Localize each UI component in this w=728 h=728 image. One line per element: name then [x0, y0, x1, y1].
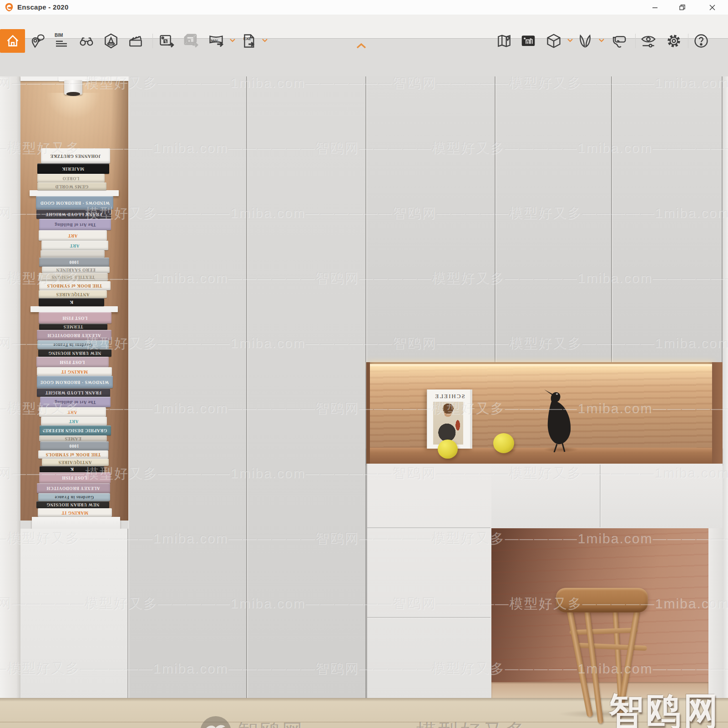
toolbar: BIM — [0, 15, 728, 39]
led-strip-light — [370, 364, 712, 366]
mini-map-button[interactable] — [494, 31, 515, 51]
book-spine: 1000 — [40, 441, 109, 450]
book-spine: ART — [39, 230, 107, 241]
restore-button[interactable] — [672, 0, 693, 15]
book-title: The Art of Building — [55, 222, 96, 227]
book-title: MAKING IT — [61, 369, 88, 374]
book-title: LOST FISH — [62, 475, 87, 480]
minimize-button[interactable] — [644, 0, 665, 15]
book-title: 1000 — [69, 444, 79, 448]
model-library-button[interactable] — [543, 31, 564, 51]
book-spine: LOST FISH — [39, 472, 111, 483]
book-title: The Art of Building — [55, 400, 96, 404]
book-spine: THE BOOK of SYMBOLS — [38, 450, 108, 459]
book-title: THE BOOK of SYMBOLS — [47, 283, 102, 288]
drawer-column — [366, 464, 491, 703]
settings-button[interactable] — [663, 31, 684, 51]
shelf-board — [30, 190, 119, 196]
book-title: 1000 — [69, 260, 79, 264]
book-spine — [40, 250, 105, 258]
vr-button[interactable] — [608, 31, 629, 51]
book-spine: GRAPHIC DESIGN REFERENCED — [40, 425, 111, 435]
home-button[interactable] — [0, 29, 25, 53]
screenshot-export-icon — [158, 32, 175, 50]
chevron-down-icon[interactable] — [262, 38, 268, 43]
orientation-button[interactable] — [101, 31, 121, 51]
book-spine: MAKING IT — [38, 508, 112, 517]
render-gallery-button[interactable] — [518, 31, 539, 51]
wings-icon — [576, 32, 594, 50]
book-title: LOST FISH — [60, 360, 85, 364]
book-spine: MAJERIK — [37, 163, 109, 174]
book-spine: ANTIQUAIRES — [42, 459, 109, 466]
chevron-down-icon[interactable] — [229, 38, 236, 43]
book-title: GEMS WORLD — [55, 184, 88, 189]
book-title: MAJERIK — [62, 167, 84, 171]
binoculars-button[interactable] — [76, 31, 97, 51]
book-spine: ART — [39, 407, 106, 417]
book-spine: LOREO — [37, 174, 105, 182]
book-spine: Gardens in France — [38, 493, 110, 501]
book-title: MAKING IT — [61, 511, 88, 515]
book-spine: LOST FISH — [39, 312, 111, 324]
bim-button[interactable]: BIM — [51, 31, 72, 51]
book-title: K — [70, 300, 73, 304]
book-spine: NEW URBAN HOUSING — [36, 501, 109, 508]
orientation-pyramid-icon — [102, 32, 120, 50]
panorama-export-button[interactable]: 360° — [206, 31, 227, 51]
render-viewport[interactable]: JOHANNES GRÜTZKEMAJERIKLOREOGEMS WORLDWI… — [0, 38, 728, 728]
book-spine: K — [39, 298, 104, 306]
vr-headset-icon — [610, 32, 627, 50]
close-button[interactable] — [702, 0, 723, 15]
gear-icon — [665, 32, 682, 50]
cabinet-door — [128, 76, 247, 703]
book-title: WINDOWS · BRODKOM GOODWIN — [40, 201, 110, 205]
eye-slider-icon — [640, 32, 657, 50]
book-title: ALEXEY BRODOVITCH — [47, 333, 101, 338]
book-title: LOREO — [62, 176, 79, 181]
book-title: K — [70, 467, 74, 471]
book-title: ANTIQUAIRES — [56, 292, 90, 297]
book-spine: FRANK LLOYD WRIGHT — [37, 388, 110, 397]
chevron-down-icon[interactable] — [567, 38, 573, 43]
book-stack: JOHANNES GRÜTZKEMAJERIKLOREOGEMS WORLDWI… — [26, 148, 122, 517]
cabinet-side-panel — [0, 76, 20, 703]
book-title: TERMES — [63, 324, 83, 329]
lemon-fruit — [493, 433, 514, 453]
floor-plank-line — [0, 722, 728, 723]
binoculars-icon — [78, 32, 95, 50]
book-spine: ALEXEY BRODOVITCH — [37, 483, 110, 493]
visual-settings-button[interactable] — [638, 31, 659, 51]
display-niche-frame-right — [712, 362, 723, 465]
book-title: LOST FISH — [62, 316, 87, 320]
drawer-seam — [367, 527, 490, 528]
chevron-down-icon[interactable] — [598, 38, 605, 43]
stool-seat — [556, 588, 648, 612]
book-title: FRANK LLOYD WRIGHT — [45, 390, 101, 395]
help-button[interactable] — [691, 31, 712, 51]
shelf-board — [30, 306, 118, 312]
book-spine: ALEXEY BRODOVITCH — [37, 330, 111, 340]
book-spine: WINDOWS · BRODKOM GOODWIN — [37, 376, 113, 388]
book-spine: THE BOOK of SYMBOLS — [39, 281, 111, 290]
exe-export-icon — [240, 32, 258, 50]
exe-export-button[interactable]: EXE — [238, 31, 259, 51]
cabinet-door — [247, 76, 366, 703]
video-editor-button[interactable] — [125, 31, 146, 51]
book-title: TEXTILE DESIGNS — [51, 275, 95, 279]
window-title: Enscape - 2020 — [17, 3, 69, 11]
screenshot-export-button[interactable] — [156, 31, 177, 51]
fly-mode-button[interactable] — [575, 31, 596, 51]
lemon-fruit — [438, 440, 458, 459]
book-spine: The Art of Building — [39, 219, 111, 230]
batch-export-button[interactable] — [181, 31, 202, 51]
stool-shadow — [538, 708, 670, 720]
book-title: WINDOWS · BRODKOM GOODWIN — [40, 380, 109, 384]
bim-list-icon — [53, 33, 70, 49]
cabinet-door-upper — [495, 76, 612, 362]
render-gallery-icon — [520, 32, 537, 50]
book-spine: EERO SAARINEN — [42, 267, 110, 273]
feedback-button[interactable] — [27, 31, 48, 51]
book-spine: Gardens in France — [37, 340, 109, 349]
collapse-toolbar-chevron-icon[interactable] — [356, 43, 366, 49]
